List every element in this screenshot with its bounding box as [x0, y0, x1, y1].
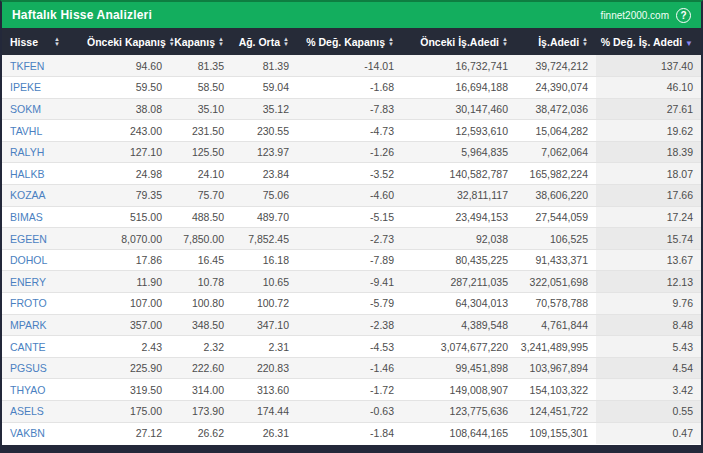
cell-value: 75.70 [170, 185, 232, 207]
cell-value: 225.90 [87, 357, 170, 379]
column-header-7[interactable]: % Değ. İş. Adedi▼ [596, 28, 701, 55]
column-label: Önceki İş.Adedi [420, 36, 499, 48]
cell-value: 2.32 [170, 336, 232, 358]
cell-value: -4.53 [297, 336, 402, 358]
cell-value: 4,389,548 [402, 314, 516, 336]
column-label: Kapanış [174, 36, 215, 48]
cell-value: 357.00 [87, 314, 170, 336]
cell-value: 27.12 [87, 422, 170, 444]
cell-value: 106,525 [516, 228, 596, 250]
cell-value: 70,578,788 [516, 293, 596, 315]
cell-value: 322,051,698 [516, 271, 596, 293]
cell-value: -14.01 [297, 55, 402, 77]
ticker-link[interactable]: THYAO [2, 379, 87, 401]
cell-value: -9.41 [297, 271, 402, 293]
column-header-4[interactable]: % Değ. Kapanış▲▼ [297, 28, 402, 55]
cell-value: 287,211,035 [402, 271, 516, 293]
sort-arrows-icon[interactable]: ▲▼ [218, 37, 224, 46]
ticker-link[interactable]: TKFEN [2, 55, 87, 77]
cell-value: 35.10 [170, 98, 232, 120]
cell-value: 231.50 [170, 120, 232, 142]
column-header-5[interactable]: Önceki İş.Adedi▲▼ [402, 28, 516, 55]
table-row: TAVHL243.00231.50230.55-4.7312,593,61015… [2, 120, 701, 142]
column-label: Hisse [10, 36, 38, 48]
ticker-link[interactable]: HALKB [2, 163, 87, 185]
cell-value: 100.80 [170, 293, 232, 315]
cell-value: 4.54 [596, 357, 701, 379]
cell-value: 12,593,610 [402, 120, 516, 142]
cell-value: 515.00 [87, 206, 170, 228]
cell-value: 149,008,907 [402, 379, 516, 401]
ticker-link[interactable]: IPEKE [2, 77, 87, 99]
cell-value: 38,472,036 [516, 98, 596, 120]
column-header-0[interactable]: Hisse▲▼ [2, 28, 87, 55]
cell-value: 59.04 [232, 77, 297, 99]
cell-value: 15,064,282 [516, 120, 596, 142]
ticker-link[interactable]: SOKM [2, 98, 87, 120]
cell-value: 222.60 [170, 357, 232, 379]
ticker-link[interactable]: BIMAS [2, 206, 87, 228]
cell-value: 81.39 [232, 55, 297, 77]
cell-value: 2.43 [87, 336, 170, 358]
cell-value: 8,070.00 [87, 228, 170, 250]
cell-value: -7.83 [297, 98, 402, 120]
cell-value: 26.31 [232, 422, 297, 444]
sort-arrows-icon[interactable]: ▲▼ [582, 37, 588, 46]
cell-value: 125.50 [170, 141, 232, 163]
table-row: TKFEN94.6081.3581.39-14.0116,732,74139,7… [2, 55, 701, 77]
cell-value: 7,850.00 [170, 228, 232, 250]
sort-arrows-icon[interactable]: ▲▼ [388, 37, 394, 46]
cell-value: 15.74 [596, 228, 701, 250]
cell-value: 313.60 [232, 379, 297, 401]
column-header-6[interactable]: İş.Adedi▲▼ [516, 28, 596, 55]
cell-value: 5.43 [596, 336, 701, 358]
cell-value: -2.73 [297, 228, 402, 250]
cell-value: 489.70 [232, 206, 297, 228]
cell-value: 347.10 [232, 314, 297, 336]
ticker-link[interactable]: EGEEN [2, 228, 87, 250]
column-header-3[interactable]: Ağ. Orta▲▼ [232, 28, 297, 55]
cell-value: 348.50 [170, 314, 232, 336]
cell-value: 18.39 [596, 141, 701, 163]
cell-value: 12.13 [596, 271, 701, 293]
column-header-1[interactable]: Önceki Kapanış▲▼ [87, 28, 170, 55]
table-row: SOKM38.0835.1035.12-7.8330,147,46038,472… [2, 98, 701, 120]
ticker-link[interactable]: PGSUS [2, 357, 87, 379]
ticker-link[interactable]: DOHOL [2, 249, 87, 271]
cell-value: 3.42 [596, 379, 701, 401]
column-header-2[interactable]: Kapanış▲▼ [170, 28, 232, 55]
site-link[interactable]: finnet2000.com [601, 10, 669, 21]
cell-value: -3.52 [297, 163, 402, 185]
ticker-link[interactable]: VAKBN [2, 422, 87, 444]
cell-value: -1.46 [297, 357, 402, 379]
cell-value: -1.26 [297, 141, 402, 163]
ticker-link[interactable]: MPARK [2, 314, 87, 336]
cell-value: 103,967,894 [516, 357, 596, 379]
cell-value: 2.31 [232, 336, 297, 358]
cell-value: 123.97 [232, 141, 297, 163]
sort-arrows-icon[interactable]: ▲▼ [54, 37, 60, 46]
cell-value: 5,964,835 [402, 141, 516, 163]
cell-value: 23.84 [232, 163, 297, 185]
cell-value: 27,544,059 [516, 206, 596, 228]
ticker-link[interactable]: CANTE [2, 336, 87, 358]
cell-value: 16.45 [170, 249, 232, 271]
ticker-link[interactable]: TAVHL [2, 120, 87, 142]
sort-arrows-icon[interactable]: ▲▼ [502, 37, 508, 46]
sort-desc-icon[interactable]: ▼ [685, 39, 693, 48]
ticker-link[interactable]: RALYH [2, 141, 87, 163]
titlebar: Haftalık Hisse Analizleri finnet2000.com… [2, 2, 701, 28]
cell-value: 123,775,636 [402, 401, 516, 423]
cell-value: 16.18 [232, 249, 297, 271]
table-row: ASELS175.00173.90174.44-0.63123,775,6361… [2, 401, 701, 423]
ticker-link[interactable]: ENERY [2, 271, 87, 293]
help-icon[interactable]: ? [676, 8, 691, 23]
sort-arrows-icon[interactable]: ▲▼ [283, 37, 289, 46]
ticker-link[interactable]: ASELS [2, 401, 87, 423]
cell-value: 3,241,489,995 [516, 336, 596, 358]
cell-value: 319.50 [87, 379, 170, 401]
cell-value: 8.48 [596, 314, 701, 336]
column-label: Önceki Kapanış [87, 36, 166, 48]
ticker-link[interactable]: KOZAA [2, 185, 87, 207]
ticker-link[interactable]: FROTO [2, 293, 87, 315]
